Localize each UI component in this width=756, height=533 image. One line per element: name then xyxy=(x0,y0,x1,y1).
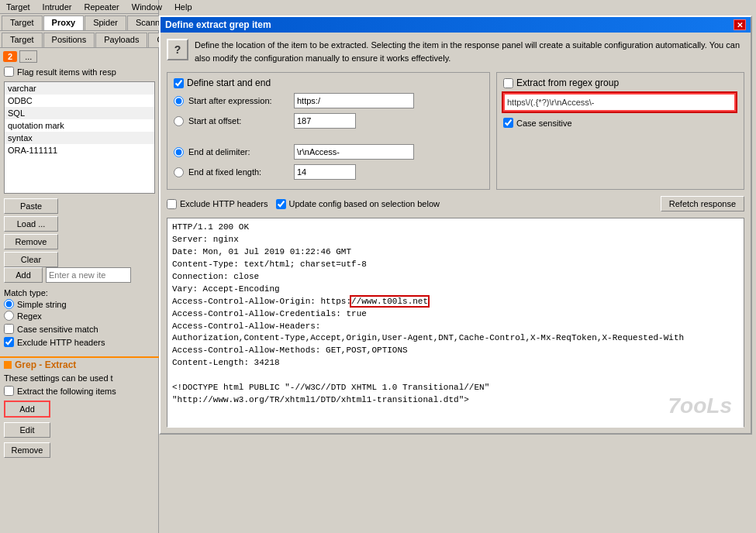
define-start-end-checkbox[interactable] xyxy=(174,78,184,88)
options-left: Exclude HTTP headers Update config based… xyxy=(167,199,440,209)
second-tabs: Target Positions Payloads Op xyxy=(0,31,158,48)
start-after-input[interactable] xyxy=(294,93,414,108)
config-sections: Define start and end Start after express… xyxy=(167,72,744,190)
end-at-fixed-length-radio[interactable] xyxy=(174,167,184,177)
modal-body: ? Define the location of the item to be … xyxy=(161,33,751,433)
tab-target2[interactable]: Target xyxy=(2,33,43,47)
end-at-delimiter-radio[interactable] xyxy=(174,147,184,157)
end-at-fixed-length-input[interactable] xyxy=(294,164,356,180)
list-item: ORA-111111 xyxy=(5,144,154,156)
start-after-radio[interactable] xyxy=(174,96,184,106)
extract-regex-checkbox[interactable] xyxy=(503,78,513,88)
payload-number-badge[interactable]: 2 xyxy=(3,51,17,62)
grep-extract-title: Grep - Extract xyxy=(15,359,76,370)
refetch-button[interactable]: Refetch response xyxy=(661,196,744,211)
extract-label: Extract the following items xyxy=(17,387,116,396)
paste-button[interactable]: Paste xyxy=(4,198,58,214)
end-at-delimiter-label: End at delimiter: xyxy=(188,147,289,156)
extract-regex-label: Extract from regex group xyxy=(516,77,619,88)
top-tabs: Target Proxy Spider Scanner xyxy=(0,14,158,31)
exclude-http-modal-label: Exclude HTTP headers xyxy=(180,199,268,208)
define-start-end-box: Define start and end Start after express… xyxy=(167,72,490,190)
menu-repeater[interactable]: Repeater xyxy=(81,2,123,12)
list-item: varchar xyxy=(5,82,154,95)
left-panel: Target Intruder Repeater Window Help Tar… xyxy=(0,0,159,533)
list-item: SQL xyxy=(5,107,154,119)
regex-section: Extract from regex group Case sensitive xyxy=(496,72,744,190)
menu-target[interactable]: Target xyxy=(3,2,33,12)
tab-spider[interactable]: Spider xyxy=(85,15,126,30)
add-payload-button[interactable]: Add xyxy=(4,267,43,283)
list-item: ODBC xyxy=(5,95,154,107)
modal-dialog: Define extract grep item ✕ ? Define the … xyxy=(159,15,752,435)
start-at-offset-radio[interactable] xyxy=(174,116,184,126)
tab-payloads[interactable]: Payloads xyxy=(95,33,147,47)
payload-input[interactable] xyxy=(46,267,131,283)
tab-target[interactable]: Target xyxy=(2,15,43,30)
update-config-checkbox[interactable] xyxy=(276,199,286,209)
flag-result-checkbox[interactable] xyxy=(4,67,14,77)
number-row: 2 ... xyxy=(0,48,40,65)
options-rows: Case sensitive match Exclude HTTP header… xyxy=(4,324,105,347)
payload-buttons: Paste Load ... Remove Clear xyxy=(4,198,58,270)
modal-close-button[interactable]: ✕ xyxy=(734,19,746,30)
list-item: syntax xyxy=(5,132,154,144)
radio-regex[interactable] xyxy=(4,311,14,321)
regex-case-sensitive-checkbox[interactable] xyxy=(503,118,513,128)
remove-button[interactable]: Remove xyxy=(4,234,58,249)
exclude-http-checkbox[interactable] xyxy=(4,337,14,347)
payload-list[interactable]: varchar ODBC SQL quotation mark syntax O… xyxy=(4,81,155,194)
update-config-label: Update config based on selection below xyxy=(289,199,440,208)
menu-window[interactable]: Window xyxy=(129,2,165,12)
help-icon: ? xyxy=(167,39,188,60)
exclude-http-label: Exclude HTTP headers xyxy=(17,338,105,347)
add-row: Add xyxy=(4,267,131,285)
define-start-end-label: Define start and end xyxy=(187,77,271,88)
start-at-offset-label: Start at offset: xyxy=(188,116,289,126)
regex-case-sensitive-label: Case sensitive xyxy=(516,119,572,128)
match-type-label: Match type: xyxy=(4,288,48,297)
regex-label: Regex xyxy=(17,311,42,321)
case-sensitive-label: Case sensitive match xyxy=(17,325,98,334)
tab-proxy[interactable]: Proxy xyxy=(43,15,85,30)
clear-button[interactable]: Clear xyxy=(4,252,58,267)
highlighted-url: //www.t00ls.net xyxy=(351,297,428,306)
start-at-offset-row: Start at offset: xyxy=(174,113,483,129)
end-at-delimiter-row: End at delimiter: xyxy=(174,144,483,160)
list-item: quotation mark xyxy=(5,119,154,132)
exclude-http-modal-checkbox[interactable] xyxy=(167,199,177,209)
simple-string-label: Simple string xyxy=(17,300,67,309)
extract-checkbox[interactable] xyxy=(4,386,14,396)
radio-simple[interactable] xyxy=(4,299,14,309)
load-button[interactable]: Load ... xyxy=(4,216,58,232)
response-text[interactable]: HTTP/1.1 200 OK Server: nginx Date: Mon,… xyxy=(167,218,744,428)
options-row: Exclude HTTP headers Update config based… xyxy=(167,196,744,211)
response-container: HTTP/1.1 200 OK Server: nginx Date: Mon,… xyxy=(167,218,744,427)
intruder-menu-bar: Target Intruder Repeater Window Help xyxy=(0,0,158,14)
define-start-end-title-row: Define start and end xyxy=(174,77,483,88)
flag-result-row: Flag result items with resp xyxy=(4,67,116,77)
tab-positions[interactable]: Positions xyxy=(43,33,95,47)
menu-intruder[interactable]: Intruder xyxy=(40,2,75,12)
edit-extract-button[interactable]: Edit xyxy=(4,422,50,438)
regex-input[interactable] xyxy=(503,93,736,112)
start-after-row: Start after expression: xyxy=(174,93,483,108)
ellipsis-button[interactable]: ... xyxy=(19,50,37,63)
add-extract-button[interactable]: Add xyxy=(4,401,50,418)
watermark: 7ooLs xyxy=(668,394,732,418)
regex-title-row: Extract from regex group xyxy=(503,77,737,88)
start-after-label: Start after expression: xyxy=(188,96,289,105)
grep-extract-desc: These settings can be used t xyxy=(0,372,159,384)
help-text: Define the location of the item to be ex… xyxy=(195,39,744,64)
case-sensitive-checkbox[interactable] xyxy=(4,324,14,334)
start-at-offset-input[interactable] xyxy=(294,113,356,129)
menu-help[interactable]: Help xyxy=(171,2,195,12)
end-at-fixed-length-label: End at fixed length: xyxy=(188,167,289,177)
modal-title: Define extract grep item xyxy=(165,19,271,30)
end-at-delimiter-input[interactable] xyxy=(294,144,414,160)
help-row: ? Define the location of the item to be … xyxy=(167,39,744,64)
match-type-row: Match type: Simple string Regex xyxy=(4,288,67,321)
end-at-fixed-length-row: End at fixed length: xyxy=(174,164,483,180)
remove-extract-button[interactable]: Remove xyxy=(4,442,50,458)
flag-result-label: Flag result items with resp xyxy=(17,67,116,77)
